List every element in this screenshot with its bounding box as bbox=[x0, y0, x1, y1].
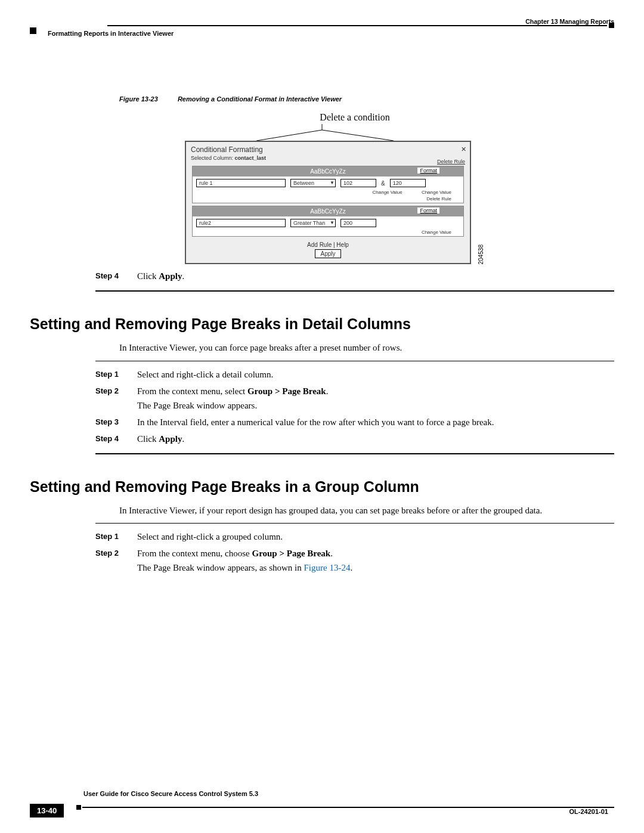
step-label: Step 1 bbox=[95, 529, 137, 544]
step-label: Step 4 bbox=[95, 269, 137, 283]
figure-number: Figure 13-23 bbox=[119, 95, 158, 103]
step-label: Step 4 bbox=[95, 432, 137, 446]
rule-2-block: AaBbCcYyZz Format rule2 Greater Than▼ 20… bbox=[192, 206, 464, 237]
step-row: Step 4 Click Apply. bbox=[95, 269, 584, 283]
figure-title: Removing a Conditional Format in Interac… bbox=[178, 95, 342, 103]
figure-image-id: 204538 bbox=[478, 244, 484, 264]
step-text: Click Apply. bbox=[137, 269, 584, 283]
header-square-icon bbox=[30, 27, 36, 34]
step-row: Step 2 From the context menu, choose Gro… bbox=[95, 546, 584, 575]
step-row: Step 4 Click Apply. bbox=[95, 432, 584, 446]
rule-2-sample: AaBbCcYyZz bbox=[310, 208, 345, 215]
rule-1-amp: & bbox=[381, 180, 385, 187]
step-text: Click Apply. bbox=[137, 432, 584, 446]
rule-2-name-input[interactable]: rule2 bbox=[196, 219, 286, 227]
step-label: Step 2 bbox=[95, 546, 137, 575]
step-text: From the context menu, choose Group > Pa… bbox=[137, 546, 584, 575]
page-number: 13-40 bbox=[30, 804, 64, 817]
rule-1-block: AaBbCcYyZz Format rule 1 Between▼ 102 & … bbox=[192, 166, 464, 203]
chevron-down-icon: ▼ bbox=[330, 180, 335, 185]
page-footer: User Guide for Cisco Secure Access Contr… bbox=[30, 790, 614, 813]
step-label: Step 1 bbox=[95, 367, 137, 382]
svg-line-1 bbox=[256, 130, 322, 141]
step-text: Select and right-click a grouped column. bbox=[137, 529, 584, 544]
delete-rule-link-top[interactable]: Delete Rule bbox=[437, 159, 465, 165]
section-divider bbox=[95, 290, 614, 292]
header-rule-cap bbox=[609, 23, 614, 28]
steps-divider bbox=[95, 523, 614, 524]
close-icon[interactable]: ✕ bbox=[461, 145, 466, 153]
dialog-footer: Add Rule | Help Apply bbox=[186, 239, 470, 263]
section-heading: Setting and Removing Page Breaks in Deta… bbox=[30, 315, 614, 333]
selected-column-label: Selected Column: bbox=[191, 155, 233, 161]
rule-1-value1-input[interactable]: 102 bbox=[340, 179, 376, 187]
figure-callout-lines bbox=[119, 124, 537, 141]
step-row: Step 2 From the context menu, select Gro… bbox=[95, 384, 584, 413]
rule-1-header: AaBbCcYyZz Format bbox=[193, 166, 463, 176]
step-label: Step 3 bbox=[95, 415, 137, 429]
rule-1-name-input[interactable]: rule 1 bbox=[196, 179, 286, 187]
rule-1-change-value-1[interactable]: Change Value bbox=[373, 190, 402, 195]
rule-1-change-value-2[interactable]: Change Value bbox=[422, 190, 451, 195]
svg-line-2 bbox=[322, 130, 394, 141]
rule-1-operator-select[interactable]: Between▼ bbox=[290, 179, 336, 187]
step-text: In the Interval field, enter a numerical… bbox=[137, 415, 584, 429]
footer-rule bbox=[82, 807, 614, 808]
rule-1-format-link[interactable]: Format bbox=[417, 168, 439, 174]
step-text: Select and right-click a detail column. bbox=[137, 367, 584, 382]
figure-caption: Figure 13-23 Removing a Conditional Form… bbox=[119, 95, 537, 103]
section2-intro: In Interactive Viewer, if your report de… bbox=[119, 504, 590, 518]
dialog-title: Conditional Formatting bbox=[191, 145, 263, 154]
dialog-wrapper: Conditional Formatting ✕ Selected Column… bbox=[185, 141, 471, 264]
rule-1-sample: AaBbCcYyZz bbox=[310, 168, 345, 175]
rule-2-change-value[interactable]: Change Value bbox=[193, 230, 463, 236]
steps-divider bbox=[95, 361, 614, 361]
rule-2-operator-select[interactable]: Greater Than▼ bbox=[290, 219, 336, 227]
apply-button[interactable]: Apply bbox=[315, 249, 340, 258]
step-row: Step 1 Select and right-click a detail c… bbox=[95, 367, 584, 382]
figure-callout-text: Delete a condition bbox=[119, 112, 537, 123]
selected-column-value: contact_last bbox=[235, 155, 267, 161]
conditional-formatting-dialog: Conditional Formatting ✕ Selected Column… bbox=[185, 141, 471, 264]
rule-2-header: AaBbCcYyZz Format bbox=[193, 206, 463, 216]
document-number: OL-24201-01 bbox=[569, 808, 608, 815]
section1-steps: Step 1 Select and right-click a detail c… bbox=[95, 367, 584, 446]
figure-reference-link[interactable]: Figure 13-24 bbox=[304, 563, 351, 572]
step-row: Step 1 Select and right-click a grouped … bbox=[95, 529, 584, 544]
section-heading: Setting and Removing Page Breaks in a Gr… bbox=[30, 478, 614, 496]
step-label: Step 2 bbox=[95, 384, 137, 413]
rule-2-value1-input[interactable]: 200 bbox=[340, 219, 376, 227]
selected-column-row: Selected Column: contact_last bbox=[186, 154, 470, 163]
running-section: Formatting Reports in Interactive Viewer bbox=[48, 30, 174, 37]
figure-block: Figure 13-23 Removing a Conditional Form… bbox=[119, 95, 537, 264]
step-text: From the context menu, select Group > Pa… bbox=[137, 384, 584, 413]
section1-intro: In Interactive Viewer, you can force pag… bbox=[119, 341, 590, 355]
rule-1-delete-rule[interactable]: Delete Rule bbox=[193, 196, 463, 203]
rule-2-format-link[interactable]: Format bbox=[417, 208, 439, 213]
rule-1-value2-input[interactable]: 120 bbox=[390, 179, 426, 187]
footer-rule-cap bbox=[76, 805, 81, 810]
step-row: Step 3 In the Interval field, enter a nu… bbox=[95, 415, 584, 429]
footer-guide-title: User Guide for Cisco Secure Access Contr… bbox=[83, 790, 614, 797]
chapter-label: Chapter 13 Managing Reports bbox=[525, 18, 614, 25]
section2-steps: Step 1 Select and right-click a grouped … bbox=[95, 529, 584, 575]
page-header: Chapter 13 Managing Reports Formatting R… bbox=[30, 18, 614, 48]
dialog-footer-links[interactable]: Add Rule | Help bbox=[186, 241, 470, 248]
header-rule bbox=[107, 25, 607, 26]
section-divider bbox=[95, 453, 614, 454]
chevron-down-icon: ▼ bbox=[330, 220, 335, 225]
